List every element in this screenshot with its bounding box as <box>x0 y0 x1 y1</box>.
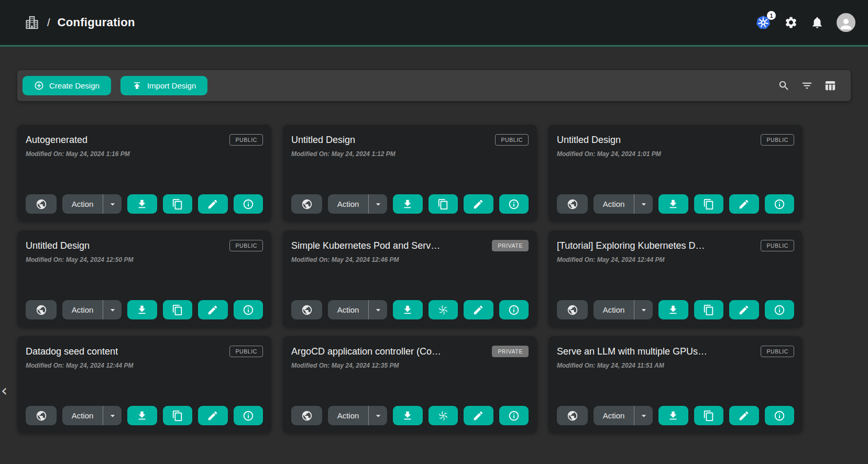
avatar[interactable] <box>837 13 855 32</box>
publish-button[interactable] <box>557 406 588 425</box>
create-design-button[interactable]: Create Design <box>23 76 111 95</box>
action-dropdown-toggle[interactable] <box>103 300 122 319</box>
info-button[interactable] <box>234 300 263 319</box>
action-dropdown-toggle[interactable] <box>368 406 387 425</box>
design-title: Datadog seed content <box>26 345 118 357</box>
action-split-button[interactable]: Action <box>328 194 387 214</box>
action-split-button[interactable]: Action <box>62 194 122 214</box>
publish-button[interactable] <box>26 194 57 214</box>
publish-button[interactable] <box>557 300 588 319</box>
secondary-action-button[interactable] <box>694 194 724 214</box>
collapse-panel-chevron-icon[interactable]: ‹ <box>1 383 7 399</box>
edit-button[interactable] <box>729 406 759 425</box>
secondary-action-button[interactable] <box>694 406 724 425</box>
visibility-badge: PUBLIC <box>761 346 794 357</box>
edit-button[interactable] <box>464 406 493 425</box>
download-button[interactable] <box>393 194 423 214</box>
publish-button[interactable] <box>26 406 57 425</box>
edit-button[interactable] <box>198 194 228 214</box>
edit-button[interactable] <box>198 300 228 319</box>
download-button[interactable] <box>127 300 157 319</box>
download-button[interactable] <box>658 406 688 425</box>
filter-icon[interactable] <box>801 80 813 92</box>
edit-button[interactable] <box>198 406 228 425</box>
action-split-button[interactable]: Action <box>62 300 122 319</box>
secondary-action-button[interactable] <box>163 300 193 319</box>
action-button-label: Action <box>328 300 368 319</box>
design-card[interactable]: Untitled Design PUBLIC Modified On: May … <box>17 230 271 327</box>
publish-button[interactable] <box>26 300 57 319</box>
building-icon[interactable] <box>24 15 40 30</box>
publish-button[interactable] <box>291 406 322 425</box>
action-dropdown-toggle[interactable] <box>368 300 387 319</box>
design-card[interactable]: ArgoCD application controller (Co… PRIVA… <box>283 336 537 433</box>
table-view-icon[interactable] <box>824 80 836 92</box>
action-button-label: Action <box>62 300 103 319</box>
edit-icon <box>738 410 750 422</box>
action-dropdown-toggle[interactable] <box>634 194 653 214</box>
design-card[interactable]: Simple Kubernetes Pod and Serv… PRIVATE … <box>283 230 537 327</box>
edit-button[interactable] <box>464 300 493 319</box>
action-split-button[interactable]: Action <box>594 300 653 319</box>
card-header: Autogenerated PUBLIC <box>26 133 263 146</box>
action-split-button[interactable]: Action <box>594 194 653 214</box>
design-card[interactable]: Serve an LLM with multiple GPUs… PUBLIC … <box>548 336 803 433</box>
caret-down-icon <box>639 411 649 421</box>
secondary-action-button[interactable] <box>428 406 458 425</box>
edit-button[interactable] <box>729 194 759 214</box>
action-split-button[interactable]: Action <box>62 406 122 425</box>
design-card[interactable]: Untitled Design PUBLIC Modified On: May … <box>283 125 537 222</box>
action-dropdown-toggle[interactable] <box>103 406 122 425</box>
download-button[interactable] <box>658 300 688 319</box>
action-split-button[interactable]: Action <box>594 406 653 425</box>
copy-icon <box>172 198 183 210</box>
design-card[interactable]: Untitled Design PUBLIC Modified On: May … <box>548 125 803 222</box>
action-dropdown-toggle[interactable] <box>368 194 387 214</box>
action-split-button[interactable]: Action <box>328 300 387 319</box>
action-dropdown-toggle[interactable] <box>634 406 653 425</box>
action-dropdown-toggle[interactable] <box>103 194 122 214</box>
card-header: Untitled Design PUBLIC <box>26 239 263 251</box>
gear-icon[interactable] <box>784 16 798 29</box>
publish-button[interactable] <box>557 194 588 214</box>
edit-button[interactable] <box>729 300 759 319</box>
download-button[interactable] <box>393 300 423 319</box>
secondary-action-button[interactable] <box>428 300 458 319</box>
bell-icon[interactable] <box>810 16 824 29</box>
globe-icon <box>36 410 47 422</box>
download-button[interactable] <box>127 406 157 425</box>
design-card[interactable]: Autogenerated PUBLIC Modified On: May 24… <box>17 125 271 222</box>
info-button[interactable] <box>765 300 795 319</box>
caret-down-icon <box>639 305 649 315</box>
info-button[interactable] <box>234 406 263 425</box>
card-actions: Action <box>291 406 529 425</box>
info-button[interactable] <box>765 406 795 425</box>
download-button[interactable] <box>127 194 157 214</box>
modified-on-label: Modified On: May 24, 2024 11:51 AM <box>557 362 794 369</box>
secondary-action-button[interactable] <box>428 194 458 214</box>
publish-button[interactable] <box>291 194 322 214</box>
caret-down-icon <box>107 305 118 315</box>
info-button[interactable] <box>499 194 529 214</box>
import-design-button[interactable]: Import Design <box>120 76 207 95</box>
kubernetes-context-button[interactable]: 1 <box>755 14 772 31</box>
secondary-action-button[interactable] <box>163 194 193 214</box>
secondary-action-button[interactable] <box>694 300 724 319</box>
search-icon[interactable] <box>778 80 790 92</box>
card-actions: Action <box>557 406 794 425</box>
design-card[interactable]: Datadog seed content PUBLIC Modified On:… <box>17 336 271 433</box>
info-button[interactable] <box>234 194 263 214</box>
design-card[interactable]: [Tutorial] Exploring Kubernetes D… PUBLI… <box>548 230 803 327</box>
secondary-action-button[interactable] <box>163 406 193 425</box>
download-button[interactable] <box>658 194 688 214</box>
info-button[interactable] <box>499 406 529 425</box>
download-button[interactable] <box>393 406 423 425</box>
action-dropdown-toggle[interactable] <box>634 300 653 319</box>
info-button[interactable] <box>765 194 795 214</box>
caret-down-icon <box>107 199 118 209</box>
publish-button[interactable] <box>291 300 322 319</box>
action-split-button[interactable]: Action <box>328 406 387 425</box>
edit-button[interactable] <box>464 194 493 214</box>
card-actions: Action <box>557 300 794 319</box>
info-button[interactable] <box>499 300 529 319</box>
